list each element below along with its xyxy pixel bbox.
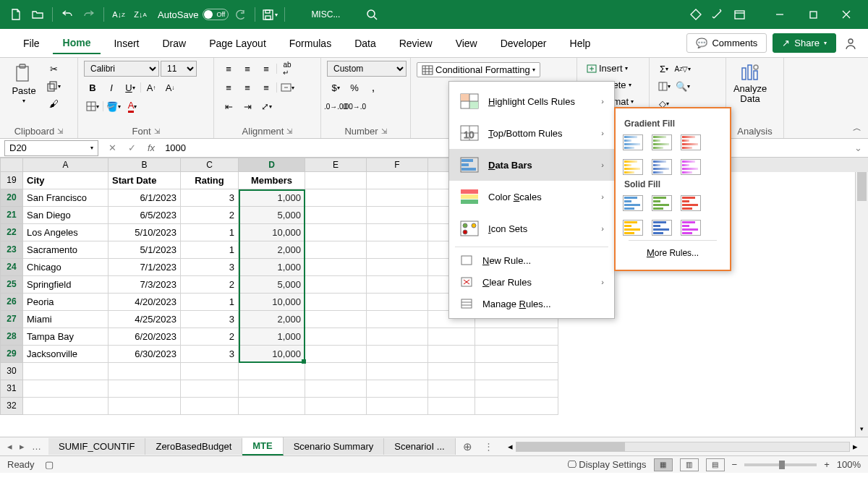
cell[interactable]: 2 (181, 328, 239, 346)
row-header[interactable]: 28 (0, 328, 23, 346)
number-format-select[interactable]: Custom (327, 61, 407, 77)
cell[interactable] (367, 207, 428, 224)
tab-draw[interactable]: Draw (152, 33, 196, 53)
cell[interactable] (367, 241, 428, 259)
cell[interactable]: 3 (181, 189, 239, 207)
vertical-scrollbar[interactable]: ▴ ▾ (855, 172, 868, 437)
macro-record-icon[interactable]: ▢ (45, 459, 54, 470)
cf-data-bars[interactable]: Data Bars› (449, 149, 614, 181)
cell[interactable] (109, 380, 181, 398)
databar-swatch[interactable] (623, 134, 643, 150)
tab-page-layout[interactable]: Page Layout (199, 33, 276, 53)
cell[interactable]: 1,000 (239, 259, 305, 276)
align-left-icon[interactable]: ≡ (220, 80, 237, 95)
cell[interactable] (367, 224, 428, 241)
cell[interactable] (367, 311, 428, 328)
align-bottom-icon[interactable]: ≡ (258, 61, 275, 77)
cell[interactable]: 2,000 (239, 311, 305, 328)
analyze-data-button[interactable]: Analyze Data (732, 61, 768, 108)
cell[interactable]: 6/5/2023 (109, 207, 181, 224)
align-top-icon[interactable]: ≡ (220, 61, 237, 77)
clipboard-launcher[interactable]: ⇲ (57, 127, 63, 135)
tab-review[interactable]: Review (389, 33, 443, 53)
cell[interactable]: 7/3/2023 (109, 276, 181, 294)
cf-icon-sets[interactable]: Icon Sets› (449, 213, 614, 244)
comma-icon[interactable]: , (365, 80, 382, 95)
incr-decimal-icon[interactable]: .0→.00 (327, 98, 344, 114)
align-right-icon[interactable]: ≡ (258, 80, 275, 95)
name-box[interactable]: D20▾ (4, 140, 98, 156)
align-center-icon[interactable]: ≡ (239, 80, 256, 95)
cf-manage-rules[interactable]: Manage Rules... (449, 293, 614, 314)
orientation-icon[interactable]: ⤢▾ (258, 98, 275, 114)
cell[interactable] (305, 294, 367, 311)
add-sheet-button[interactable]: ⊕ (456, 440, 480, 453)
cell[interactable]: 1,000 (239, 189, 305, 207)
undo-icon[interactable] (57, 4, 77, 25)
cell[interactable]: Los Angeles (23, 224, 109, 241)
horizontal-scrollbar[interactable]: ◂▸ (505, 441, 861, 453)
row-header[interactable]: 19 (0, 172, 23, 189)
sort-asc-icon[interactable]: A↓Z (109, 4, 129, 25)
indent-incr-icon[interactable]: ⇥ (239, 98, 256, 114)
sort-desc-icon[interactable]: Z↓A (130, 4, 150, 25)
cell[interactable]: Jacksonville (23, 346, 109, 363)
databar-swatch[interactable] (652, 159, 672, 175)
open-file-icon[interactable] (27, 4, 48, 25)
spreadsheet-grid[interactable]: ABCDEFLM 19CityStart DateRatingMembers20… (0, 158, 868, 437)
cell[interactable]: 10,000 (239, 224, 305, 241)
col-header-A[interactable]: A (23, 158, 109, 172)
italic-button[interactable]: I (103, 80, 120, 95)
row-header[interactable]: 29 (0, 346, 23, 363)
cell[interactable]: 6/30/2023 (109, 346, 181, 363)
select-all-corner[interactable] (0, 158, 23, 172)
fx-icon[interactable]: fx (148, 142, 155, 153)
share-button[interactable]: ↗Share▾ (773, 33, 836, 53)
sheet-tab-3[interactable]: Scenario Summary (284, 438, 385, 455)
cell[interactable]: City (23, 172, 109, 189)
fill-color-icon[interactable]: 🪣▾ (105, 98, 122, 114)
redo-icon[interactable] (79, 4, 99, 25)
cell[interactable] (305, 224, 367, 241)
zoom-slider[interactable] (744, 463, 817, 466)
row-header[interactable]: 20 (0, 189, 23, 207)
zoom-out-button[interactable]: − (732, 459, 738, 470)
databar-swatch[interactable] (652, 134, 672, 150)
conditional-formatting-button[interactable]: Conditional Formatting▾ (417, 62, 540, 77)
cell[interactable] (181, 363, 239, 380)
cell[interactable]: San Diego (23, 207, 109, 224)
cf-color-scales[interactable]: Color Scales› (449, 181, 614, 213)
cell[interactable]: Springfield (23, 276, 109, 294)
databar-swatch[interactable] (681, 134, 701, 150)
cell[interactable] (181, 398, 239, 415)
decr-font-icon[interactable]: A↓ (161, 80, 179, 95)
cf-highlight-cells[interactable]: Highlight Cells Rules› (449, 85, 614, 117)
tab-data[interactable]: Data (344, 33, 386, 53)
sheet-nav-first[interactable]: ◂ (4, 440, 15, 453)
cell[interactable]: 1 (181, 241, 239, 259)
cf-new-rule[interactable]: New Rule... (449, 249, 614, 271)
display-settings-button[interactable]: 🖵 Display Settings (567, 459, 647, 470)
zoom-in-button[interactable]: + (824, 459, 830, 470)
tab-insert[interactable]: Insert (103, 33, 149, 53)
sheet-nav-more[interactable]: … (29, 440, 44, 453)
databar-swatch[interactable] (623, 159, 643, 175)
collapse-ribbon-icon[interactable]: ︿ (849, 120, 865, 137)
insert-cells-button[interactable]: Insert▾ (583, 61, 637, 76)
cf-top-bottom[interactable]: 10 Top/Bottom Rules› (449, 117, 614, 149)
cell[interactable] (367, 380, 428, 398)
diamond-icon[interactable] (686, 4, 706, 25)
row-header[interactable]: 30 (0, 363, 23, 380)
save-icon[interactable]: ▾ (260, 4, 280, 25)
cancel-edit-icon[interactable]: ✕ (103, 142, 122, 153)
col-header-F[interactable]: F (367, 158, 428, 172)
sheet-nav-prev[interactable]: ▸ (17, 440, 27, 453)
col-header-B[interactable]: B (109, 158, 181, 172)
row-header[interactable]: 32 (0, 398, 23, 415)
cell[interactable] (305, 241, 367, 259)
databar-swatch[interactable] (681, 195, 701, 211)
cell[interactable]: 5/1/2023 (109, 241, 181, 259)
row-header[interactable]: 31 (0, 380, 23, 398)
databar-swatch[interactable] (681, 220, 701, 236)
cell[interactable] (367, 294, 428, 311)
